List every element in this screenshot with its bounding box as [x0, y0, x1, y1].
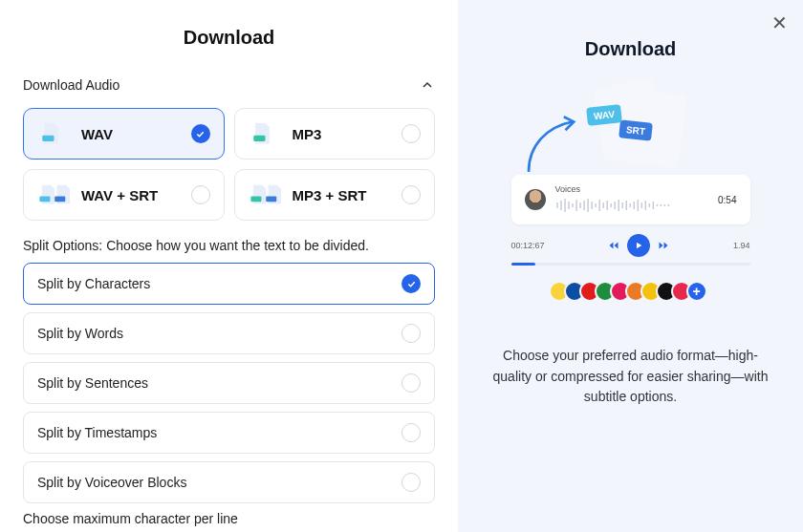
format-option-mp3[interactable]: MP3	[234, 108, 436, 160]
split-option-label: Split by Characters	[37, 276, 150, 291]
format-label: MP3 + SRT	[293, 187, 402, 203]
split-option-label: Split by Words	[37, 326, 123, 341]
right-panel-title: Download	[585, 38, 677, 60]
forward-icon[interactable]	[658, 240, 669, 251]
player-controls: 00:12:67 1.94	[511, 234, 750, 257]
split-option-voiceover-blocks[interactable]: Split by Voiceover Blocks	[23, 461, 435, 503]
format-grid: WAV MP3 WAV + SRT MP3 + SRT	[23, 108, 435, 221]
close-icon[interactable]: ✕	[771, 13, 788, 32]
download-audio-label: Download Audio	[23, 77, 119, 93]
srt-tag-icon: SRT	[619, 119, 653, 140]
split-option-words[interactable]: Split by Words	[23, 312, 435, 354]
waveform-icon	[555, 196, 709, 215]
voices-label: Voices	[555, 184, 709, 194]
svg-rect-4	[250, 197, 261, 202]
download-audio-header[interactable]: Download Audio	[23, 70, 435, 100]
split-option-label: Split by Timestamps	[37, 425, 157, 440]
svg-rect-1	[253, 136, 265, 141]
radio-empty-icon	[402, 124, 421, 143]
radio-checked-icon	[191, 124, 210, 143]
radio-empty-icon	[402, 185, 421, 204]
rewind-icon[interactable]	[608, 240, 619, 251]
svg-rect-5	[266, 197, 276, 202]
elapsed-time: 00:12:67	[511, 241, 545, 250]
format-label: WAV + SRT	[81, 187, 191, 203]
radio-empty-icon	[402, 423, 421, 442]
format-option-wav[interactable]: WAV	[23, 108, 225, 160]
mp3-icon	[249, 120, 287, 147]
mp3-srt-icon	[249, 181, 287, 208]
voice-player: Voices 0:54	[511, 175, 750, 224]
radio-empty-icon	[191, 185, 210, 204]
format-option-mp3-srt[interactable]: MP3 + SRT	[234, 169, 436, 221]
duration: 0:54	[718, 195, 736, 205]
avatar	[525, 189, 546, 210]
playback-scale: 1.94	[733, 241, 750, 250]
right-panel-description: Choose your preferred audio format—high-…	[481, 346, 780, 408]
radio-empty-icon	[402, 473, 421, 492]
radio-empty-icon	[402, 324, 421, 343]
left-panel: Download Download Audio WAV MP3	[0, 0, 458, 532]
svg-rect-0	[42, 136, 54, 141]
format-label: MP3	[293, 126, 402, 142]
wav-tag-icon: WAV	[586, 104, 622, 126]
play-button[interactable]	[627, 234, 650, 257]
language-flags: +	[511, 281, 750, 302]
radio-empty-icon	[402, 373, 421, 393]
illustration: WAV SRT Voices 0:54 00:12:67	[511, 89, 750, 302]
wav-srt-icon	[37, 181, 76, 208]
radio-checked-icon	[402, 274, 421, 293]
right-panel: ✕ Download WAV SRT Voices 0:54	[458, 0, 803, 532]
more-flags-icon: +	[686, 281, 707, 302]
svg-rect-3	[54, 197, 65, 202]
svg-rect-2	[39, 197, 50, 202]
split-option-timestamps[interactable]: Split by Timestamps	[23, 412, 435, 454]
max-characters-label: Choose maximum character per line	[23, 511, 435, 526]
arrow-icon	[522, 112, 589, 179]
split-option-characters[interactable]: Split by Characters	[23, 263, 435, 305]
format-label: WAV	[81, 126, 191, 142]
modal-title: Download	[23, 27, 435, 49]
wav-icon	[37, 120, 76, 147]
format-option-wav-srt[interactable]: WAV + SRT	[23, 169, 225, 221]
split-option-label: Split by Voiceover Blocks	[37, 475, 186, 490]
progress-bar[interactable]	[511, 263, 750, 266]
split-option-sentences[interactable]: Split by Sentences	[23, 362, 435, 404]
split-options-title: Split Options: Choose how you want the t…	[23, 238, 435, 253]
chevron-up-icon	[420, 77, 435, 93]
split-option-label: Split by Sentences	[37, 375, 148, 391]
